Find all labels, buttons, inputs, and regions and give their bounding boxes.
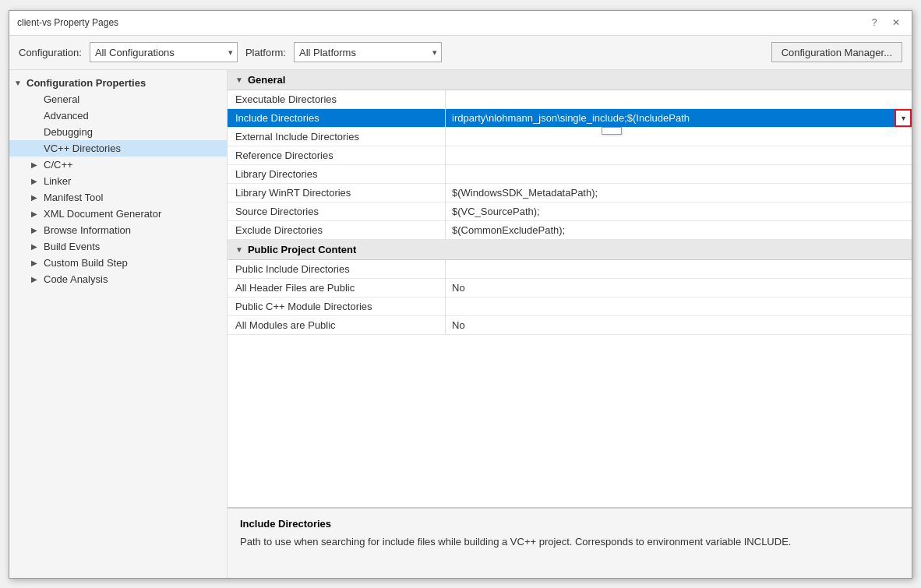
title-bar-left: client-vs Property Pages [17,17,118,28]
sidebar-item-config-properties[interactable]: ▼ Configuration Properties [9,75,227,91]
sidebar: ▼ Configuration Properties General Advan… [9,70,228,578]
prop-row-public-cpp-module[interactable]: Public C++ Module Directories [228,298,912,316]
sidebar-item-general[interactable]: General [9,91,227,107]
prop-name: All Modules are Public [228,316,446,334]
prop-row-executable-dirs[interactable]: Executable Directories [228,90,912,109]
title-bar: client-vs Property Pages ? ✕ [9,11,912,36]
prop-value-text: $(VC_SourcePath); [452,206,540,217]
prop-row-exclude-dirs[interactable]: Exclude Directories $(CommonExcludePath)… [228,221,912,240]
edit-dropdown[interactable] [602,127,622,135]
expand-icon: ▶ [31,275,44,283]
prop-name: Library Directories [228,165,446,183]
prop-name: All Header Files are Public [228,279,446,297]
expand-icon: ▶ [31,193,44,202]
sidebar-item-manifest-tool[interactable]: ▶ Manifest Tool [9,189,227,206]
sidebar-item-label: Configuration Properties [26,77,221,89]
expand-icon: ▶ [31,160,44,169]
info-title: Include Directories [240,518,899,530]
section-toggle: ▼ [235,76,243,84]
help-button[interactable]: ? [866,15,882,30]
prop-row-include-dirs[interactable]: Include Directories irdparty\nlohmann_js… [228,109,912,128]
section-label: General [248,74,285,86]
sidebar-item-label: Advanced [44,110,221,121]
expand-icon: ▼ [14,79,26,87]
platform-select-wrapper: All Platforms [294,42,442,62]
sidebar-item-debugging[interactable]: Debugging [9,124,227,140]
sidebar-item-label: VC++ Directories [44,143,221,154]
sidebar-item-linker[interactable]: ▶ Linker [9,173,227,189]
sidebar-item-label: General [44,93,221,105]
prop-row-external-include[interactable]: External Include Directories [228,128,912,146]
prop-name: Executable Directories [228,90,446,108]
prop-value [446,90,912,108]
prop-value-text: No [452,282,465,294]
expand-icon: ▶ [31,242,44,251]
prop-name: Library WinRT Directories [228,184,446,202]
prop-row-library-dirs[interactable]: Library Directories [228,165,912,184]
prop-value [446,165,912,183]
prop-name: Include Directories [228,109,446,127]
prop-value [446,260,912,278]
prop-row-source-dirs[interactable]: Source Directories $(VC_SourcePath); [228,202,912,221]
sidebar-item-custom-build-step[interactable]: ▶ Custom Build Step [9,255,227,271]
prop-value-text: irdparty\nlohmann_json\single_include;$(… [452,112,690,124]
dropdown-button[interactable]: ▾ [895,109,912,127]
sidebar-item-label: XML Document Generator [44,208,221,220]
sidebar-item-advanced[interactable]: Advanced [9,107,227,124]
config-manager-button[interactable]: Configuration Manager... [771,42,902,62]
sidebar-item-label: C/C++ [44,159,221,171]
sidebar-item-label: Code Analysis [44,273,221,285]
expand-icon: ▶ [31,259,44,267]
prop-value-text: $(CommonExcludePath); [452,224,565,236]
prop-name: Exclude Directories [228,221,446,239]
prop-value [446,128,912,146]
config-label: Configuration: [19,47,82,58]
expand-icon: ▶ [31,209,44,218]
platform-select[interactable]: All Platforms [294,42,442,62]
prop-row-all-modules-public[interactable]: All Modules are Public No [228,316,912,335]
prop-value: $(CommonExcludePath); [446,221,912,239]
prop-value-text: $(WindowsSDK_MetadataPath); [452,187,598,199]
prop-value: No [446,316,912,334]
sidebar-item-xml-doc-gen[interactable]: ▶ XML Document Generator [9,206,227,222]
prop-value: irdparty\nlohmann_json\single_include;$(… [446,109,912,127]
prop-name: Public C++ Module Directories [228,298,446,315]
sidebar-item-vcpp-directories[interactable]: VC++ Directories [9,140,227,157]
property-pages-window: client-vs Property Pages ? ✕ Configurati… [9,10,912,579]
sidebar-item-label: Build Events [44,241,221,252]
section-toggle: ▼ [235,245,243,254]
prop-row-all-header-public[interactable]: All Header Files are Public No [228,279,912,298]
section-header-general-section[interactable]: ▼ General [228,70,912,90]
config-select[interactable]: All Configurations [90,42,238,62]
prop-name: Source Directories [228,202,446,220]
sidebar-item-label: Linker [44,175,221,187]
prop-row-library-winrt[interactable]: Library WinRT Directories $(WindowsSDK_M… [228,184,912,202]
prop-value-text: No [452,319,465,331]
sidebar-item-build-events[interactable]: ▶ Build Events [9,238,227,255]
prop-row-reference-dirs[interactable]: Reference Directories [228,146,912,165]
info-panel: Include Directories Path to use when sea… [228,508,912,578]
expand-icon: ▶ [31,177,44,185]
sidebar-item-browse-info[interactable]: ▶ Browse Information [9,222,227,238]
close-button[interactable]: ✕ [888,15,904,30]
config-select-wrapper: All Configurations [90,42,238,62]
platform-label: Platform: [245,47,286,58]
prop-value [446,146,912,164]
sidebar-item-label: Browse Information [44,224,221,236]
sidebar-item-label: Custom Build Step [44,257,221,269]
section-label: Public Project Content [248,244,356,255]
sidebar-item-cpp[interactable]: ▶ C/C++ [9,157,227,173]
config-bar: Configuration: All Configurations Platfo… [9,36,912,70]
prop-name: External Include Directories [228,128,446,146]
sidebar-item-code-analysis[interactable]: ▶ Code Analysis [9,271,227,287]
section-header-public-project[interactable]: ▼ Public Project Content [228,240,912,260]
property-grid: ▼ General Executable Directories Include… [228,70,912,508]
prop-name: Public Include Directories [228,260,446,278]
prop-row-public-include[interactable]: Public Include Directories [228,260,912,279]
prop-name: Reference Directories [228,146,446,164]
prop-value [446,298,912,315]
sidebar-item-label: Manifest Tool [44,192,221,203]
prop-value: $(WindowsSDK_MetadataPath); [446,184,912,202]
title-bar-controls: ? ✕ [866,15,904,30]
prop-value: $(VC_SourcePath); [446,202,912,220]
